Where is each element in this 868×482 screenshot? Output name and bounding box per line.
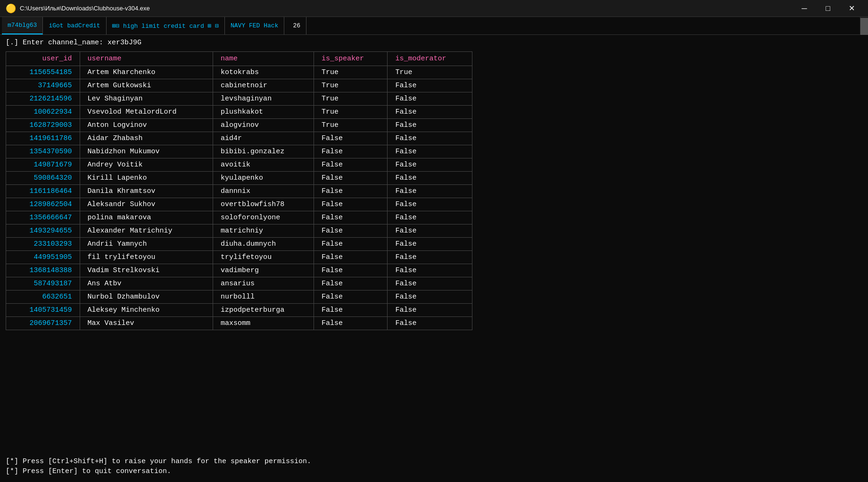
tab-igot-badcredit[interactable]: iGot badCredit [43,17,106,34]
cell-is-moderator: False [388,119,472,132]
cell-username: Aleksandr Sukhov [80,198,213,211]
maximize-button[interactable]: □ [817,1,839,16]
cell-is-speaker: False [314,224,388,238]
cell-is-speaker: False [314,291,388,304]
cell-username: Kirill Lapenko [80,172,213,185]
tab-m74blg63[interactable]: m74blg63 [2,17,43,34]
cell-is-moderator: False [388,145,472,158]
cell-is-moderator: False [388,291,472,304]
cell-user-id: 1156554185 [6,66,80,79]
channel-prompt-line: [.] Enter channel_name: xer3bJ9G [6,39,862,47]
tab-navy-fed[interactable]: NAVY FED Hack [225,17,284,34]
cell-username: fil trylifetoyou [80,251,213,264]
status-line-1: [*] Press [Ctrl+Shift+H] to raise your h… [6,457,311,465]
table-row: 1405731459Aleksey Minchenkoizpodpeterbur… [6,304,472,317]
table-row: 6632651Nurbol DzhambulovnurbolllFalseFal… [6,291,472,304]
cell-user-id: 1356666647 [6,211,80,224]
cell-user-id: 149871679 [6,158,80,172]
table-row: 1493294655Alexander Matrichniymatrichniy… [6,224,472,238]
cell-is-moderator: False [388,224,472,238]
cell-name: bibibi.gonzalez [213,145,314,158]
tab-label: NAVY FED Hack [231,22,278,29]
cell-is-speaker: False [314,264,388,277]
cell-is-speaker: False [314,211,388,224]
window-controls: ─ □ ✕ [794,1,862,16]
cell-user-id: 1161186464 [6,185,80,198]
cell-username: Alexander Matrichniy [80,224,213,238]
cell-user-id: 233103293 [6,238,80,251]
cell-is-moderator: False [388,185,472,198]
header-username: username [80,52,213,66]
cell-name: aid4r [213,132,314,145]
cell-name: kyulapenko [213,172,314,185]
table-row: 1368148388Vadim StrelkovskivadimbergFals… [6,264,472,277]
tab-label: ⊞⊟ high limit credit card ⊞ ⊟ [112,22,219,30]
table-row: 590864320Kirill LapenkokyulapenkoFalseFa… [6,172,472,185]
cell-name: plushkakot [213,106,314,119]
table-row: 1419611786Aidar Zhabashaid4rFalseFalse [6,132,472,145]
cell-is-moderator: False [388,106,472,119]
cell-user-id: 1419611786 [6,132,80,145]
cell-name: diuha.dumnych [213,238,314,251]
cell-is-moderator: False [388,277,472,291]
cell-is-speaker: False [314,251,388,264]
cell-user-id: 37149665 [6,79,80,92]
table-row: 100622934Vsevolod MetalordLordplushkakot… [6,106,472,119]
cell-user-id: 2069671357 [6,317,80,330]
table-row: 449951905fil trylifetoyoutrylifetoyouFal… [6,251,472,264]
cell-is-speaker: False [314,185,388,198]
cell-username: Nurbol Dzhambulov [80,291,213,304]
tab-high-limit[interactable]: ⊞⊟ high limit credit card ⊞ ⊟ [107,17,225,34]
cell-username: Aidar Zhabash [80,132,213,145]
cell-name: nurbolll [213,291,314,304]
table-row: 1356666647polina makarovasoloforonlyoneF… [6,211,472,224]
table-row: 1628729003Anton LogvinovalogvinovTrueFal… [6,119,472,132]
cell-user-id: 590864320 [6,172,80,185]
cell-is-moderator: False [388,198,472,211]
cell-name: matrichniy [213,224,314,238]
close-button[interactable]: ✕ [841,1,862,16]
cell-is-moderator: False [388,132,472,145]
header-is-moderator: is_moderator [388,52,472,66]
cell-username: Danila Khramtsov [80,185,213,198]
cell-is-speaker: False [314,238,388,251]
scrollbar-thumb[interactable] [860,18,868,37]
cell-user-id: 2126214596 [6,92,80,106]
cell-name: ansarius [213,277,314,291]
table-row: 149871679Andrey VoitikavoitikFalseFalse [6,158,472,172]
cell-is-speaker: False [314,145,388,158]
cell-is-speaker: False [314,304,388,317]
cell-username: Aleksey Minchenko [80,304,213,317]
cell-user-id: 1289862504 [6,198,80,211]
table-row: 2069671357Max VasilevmaxsommFalseFalse [6,317,472,330]
header-name: name [213,52,314,66]
cell-username: Andrii Yamnych [80,238,213,251]
header-user-id: user_id [6,52,80,66]
cell-username: Artem Kharchenko [80,66,213,79]
header-is-speaker: is_speaker [314,52,388,66]
cell-is-moderator: False [388,158,472,172]
cell-username: Nabidzhon Mukumov [80,145,213,158]
tab-count[interactable]: 26 [284,17,306,34]
cell-is-moderator: False [388,317,472,330]
cell-name: avoitik [213,158,314,172]
cell-is-speaker: True [314,106,388,119]
cell-is-moderator: True [388,66,472,79]
cell-is-moderator: False [388,92,472,106]
cell-is-speaker: False [314,277,388,291]
minimize-button[interactable]: ─ [794,1,815,16]
table-row: 587493187Ans AtbvansariusFalseFalse [6,277,472,291]
title-bar: 🟡 C:\Users\Илья\Downloads\Clubhouse-v304… [0,0,868,17]
cell-user-id: 6632651 [6,291,80,304]
table-header-row: user_id username name is_speaker is_mode… [6,52,472,66]
cell-username: polina makarova [80,211,213,224]
cell-user-id: 100622934 [6,106,80,119]
cell-username: Max Vasilev [80,317,213,330]
cell-is-speaker: True [314,119,388,132]
cell-name: kotokrabs [213,66,314,79]
cell-username: Lev Shaginyan [80,92,213,106]
cell-is-speaker: False [314,132,388,145]
cell-is-speaker: False [314,317,388,330]
cell-is-moderator: False [388,264,472,277]
cell-username: Anton Logvinov [80,119,213,132]
